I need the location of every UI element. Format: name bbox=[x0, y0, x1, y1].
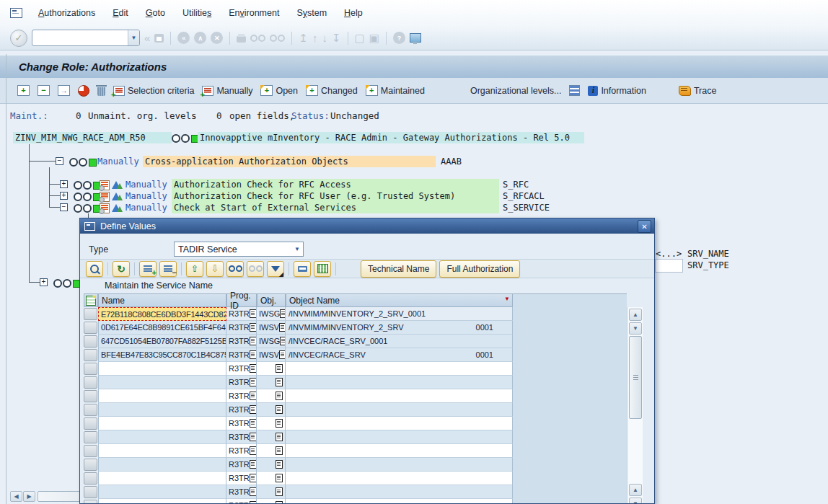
filter-button[interactable]: ◢ bbox=[267, 261, 284, 277]
cell-prog-id[interactable]: R3TR bbox=[226, 444, 257, 458]
role-name[interactable]: ZINV_MIM_NWG_RACE_ADM_R50 bbox=[13, 132, 172, 143]
cell-name[interactable] bbox=[98, 376, 226, 389]
delete-button[interactable] bbox=[96, 82, 107, 100]
menu-item-edit[interactable]: Edit bbox=[113, 8, 128, 18]
organizational-levels-button[interactable]: Organizational levels... bbox=[469, 82, 563, 100]
cell-obj[interactable] bbox=[257, 362, 286, 376]
technical-name-button[interactable]: Technical Name bbox=[361, 260, 436, 278]
cell-name[interactable] bbox=[98, 362, 226, 376]
cell-obj[interactable] bbox=[257, 417, 286, 430]
row-selector[interactable] bbox=[84, 431, 97, 443]
cell-obj[interactable]: IWSV bbox=[257, 348, 286, 362]
cell-name[interactable] bbox=[98, 389, 226, 403]
cell-prog-id[interactable]: R3TR bbox=[226, 458, 257, 472]
cell-object-name[interactable] bbox=[286, 389, 513, 403]
cell-prog-id[interactable]: R3TR bbox=[226, 472, 257, 485]
row-selector[interactable] bbox=[84, 445, 97, 457]
delete-row-button[interactable] bbox=[159, 261, 177, 277]
object-description[interactable]: Authorization Check for RFC User (e.g. T… bbox=[172, 190, 499, 202]
cell-object-name[interactable]: /INVMIM/MINVENTORY_2_SRV_0001 bbox=[286, 307, 513, 321]
row-selector[interactable] bbox=[84, 472, 97, 485]
row-selector[interactable] bbox=[84, 459, 97, 471]
cell-object-name[interactable] bbox=[286, 444, 513, 458]
cell-object-name[interactable]: /INVCEC/RACE_SRV_0001 bbox=[286, 335, 513, 348]
cell-prog-id[interactable]: R3TR bbox=[226, 307, 257, 321]
role-status-lights[interactable] bbox=[172, 134, 199, 143]
class-description[interactable]: Cross-application Authorization Objects bbox=[143, 156, 436, 167]
cell-obj[interactable] bbox=[257, 430, 286, 444]
row-selector[interactable] bbox=[84, 390, 97, 402]
row-selector[interactable] bbox=[84, 363, 97, 375]
cell-obj[interactable]: IWSG bbox=[257, 307, 286, 321]
role-description[interactable]: Innovapptive mInventory - RACE Admin - G… bbox=[198, 132, 584, 143]
sort-ascending-button[interactable]: ⇧ bbox=[186, 261, 203, 277]
expand-node-icon[interactable] bbox=[60, 180, 68, 188]
menu-item-help[interactable]: Help bbox=[344, 8, 363, 18]
cell-obj[interactable]: IWSV bbox=[257, 321, 286, 335]
menu-item-utilities[interactable]: Utilities bbox=[182, 8, 211, 18]
cell-prog-id[interactable]: R3TR bbox=[226, 403, 257, 417]
cell-prog-id[interactable]: R3TR bbox=[226, 485, 257, 499]
collapse-node-icon[interactable] bbox=[60, 203, 68, 211]
cell-name[interactable] bbox=[98, 499, 226, 504]
cell-name[interactable] bbox=[98, 485, 226, 499]
cell-prog-id[interactable]: R3TR bbox=[226, 376, 257, 389]
class-status-lights[interactable] bbox=[69, 158, 97, 167]
row-selector[interactable] bbox=[84, 500, 97, 504]
menu-item-environment[interactable]: Environment bbox=[229, 8, 279, 18]
cell-name[interactable]: 647CD51054EB07807FA882F5125B6F bbox=[98, 335, 226, 348]
insert-row-button[interactable] bbox=[139, 261, 157, 277]
export-table-button[interactable] bbox=[314, 261, 331, 277]
cell-name[interactable] bbox=[98, 430, 226, 444]
information-button[interactable]: i Information bbox=[586, 82, 648, 100]
field-input[interactable] bbox=[655, 259, 683, 273]
row-selector[interactable] bbox=[84, 486, 97, 498]
sort-descending-button[interactable]: ⇩ bbox=[206, 261, 224, 277]
menu-item-authorizations[interactable]: Authorizations bbox=[38, 8, 95, 18]
object-description[interactable]: Check at Start of External Services bbox=[172, 202, 499, 213]
object-description[interactable]: Authorization Check for RFC Access bbox=[172, 179, 499, 190]
row-selector[interactable] bbox=[84, 349, 97, 361]
menu-item-system[interactable]: System bbox=[296, 8, 327, 18]
print-button[interactable] bbox=[294, 261, 311, 277]
trace-button[interactable]: Trace bbox=[677, 82, 718, 100]
refresh-button[interactable]: ↻ bbox=[113, 261, 130, 277]
command-field[interactable] bbox=[32, 33, 128, 43]
cell-obj[interactable] bbox=[257, 485, 286, 499]
cell-name[interactable]: E72B118C808CE6DBD3F1443CD827... bbox=[98, 307, 226, 321]
scroll-up-icon[interactable]: ▲ bbox=[629, 484, 642, 496]
open-button[interactable]: + Open bbox=[259, 82, 299, 100]
changed-button[interactable]: + Changed bbox=[304, 82, 359, 100]
node-status-lights[interactable] bbox=[53, 279, 81, 288]
dialog-titlebar[interactable]: Define Values ✕ bbox=[80, 218, 654, 234]
move-button[interactable]: → bbox=[56, 82, 71, 100]
column-header-prog-id[interactable]: Prog. ID bbox=[226, 293, 257, 307]
scroll-up-icon[interactable]: ▲ bbox=[629, 309, 642, 321]
cell-obj[interactable] bbox=[257, 389, 286, 403]
cell-object-name[interactable] bbox=[286, 430, 513, 444]
cell-name[interactable]: BFE4EB47E83C95CC870C1B4C8756FF bbox=[98, 348, 226, 362]
full-authorization-button[interactable]: Full Authorization bbox=[439, 260, 520, 278]
cell-object-name[interactable] bbox=[286, 458, 513, 472]
column-header-obj[interactable]: Obj. bbox=[257, 293, 286, 307]
find-button[interactable] bbox=[226, 261, 244, 277]
insert-auth-button[interactable]: + bbox=[16, 82, 31, 100]
change-auth-icon[interactable] bbox=[100, 180, 110, 190]
scroll-down-icon[interactable]: ▼ bbox=[629, 498, 642, 504]
row-selector[interactable] bbox=[84, 404, 97, 416]
scroll-right-icon[interactable]: ▶ bbox=[23, 491, 35, 502]
cell-prog-id[interactable]: R3TR bbox=[226, 417, 257, 430]
cell-prog-id[interactable]: R3TR bbox=[226, 389, 257, 403]
cell-prog-id[interactable]: R3TR bbox=[226, 321, 257, 335]
enter-icon[interactable]: ✓ bbox=[10, 30, 27, 47]
select-all-button[interactable] bbox=[84, 293, 98, 307]
cell-name[interactable] bbox=[98, 417, 226, 430]
cell-obj[interactable] bbox=[257, 403, 286, 417]
column-header-name[interactable]: Name bbox=[98, 293, 226, 307]
cell-object-name[interactable] bbox=[286, 376, 513, 389]
row-selector[interactable] bbox=[84, 335, 97, 348]
scroll-left-icon[interactable]: ◀ bbox=[10, 491, 22, 502]
org-levels-list-button[interactable] bbox=[568, 82, 581, 100]
object-status-lights[interactable] bbox=[74, 204, 101, 213]
cell-obj[interactable] bbox=[257, 444, 286, 458]
